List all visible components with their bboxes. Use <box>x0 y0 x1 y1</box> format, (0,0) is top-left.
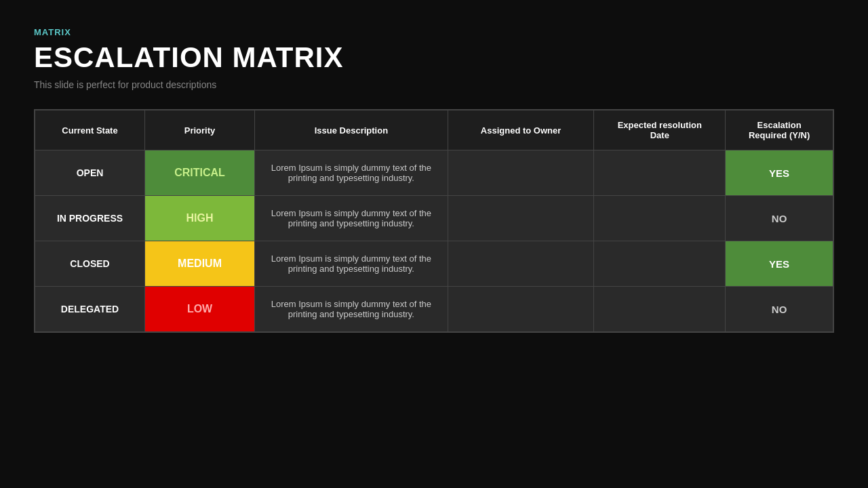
page-container: MATRIX ESCALATION MATRIX This slide is p… <box>0 0 868 488</box>
page-title: ESCALATION MATRIX <box>34 41 834 74</box>
cell-escalation-required: NO <box>726 196 833 241</box>
cell-expected-resolution-date <box>594 241 726 287</box>
col-header-escalation-required: EscalationRequired (Y/N) <box>726 110 833 150</box>
escalation-table: Current State Priority Issue Description… <box>35 110 833 332</box>
cell-priority: HIGH <box>145 196 255 241</box>
table-header-row: Current State Priority Issue Description… <box>35 110 833 150</box>
cell-assigned-owner <box>448 150 594 196</box>
escalation-table-wrapper: Current State Priority Issue Description… <box>34 109 834 333</box>
cell-expected-resolution-date <box>594 196 726 241</box>
cell-assigned-owner <box>448 241 594 287</box>
col-header-expected-resolution: Expected resolutionDate <box>594 110 726 150</box>
cell-issue-description: Lorem Ipsum is simply dummy text of the … <box>255 150 448 196</box>
cell-priority: LOW <box>145 287 255 332</box>
cell-current-state: OPEN <box>35 150 145 196</box>
cell-priority: CRITICAL <box>145 150 255 196</box>
cell-issue-description: Lorem Ipsum is simply dummy text of the … <box>255 241 448 287</box>
table-row: OPENCRITICALLorem Ipsum is simply dummy … <box>35 150 833 196</box>
table-row: DELEGATEDLOWLorem Ipsum is simply dummy … <box>35 287 833 332</box>
cell-escalation-required: YES <box>726 241 833 287</box>
cell-assigned-owner <box>448 287 594 332</box>
cell-expected-resolution-date <box>594 150 726 196</box>
table-row: IN PROGRESSHIGHLorem Ipsum is simply dum… <box>35 196 833 241</box>
cell-current-state: IN PROGRESS <box>35 196 145 241</box>
col-header-current-state: Current State <box>35 110 145 150</box>
cell-issue-description: Lorem Ipsum is simply dummy text of the … <box>255 196 448 241</box>
cell-expected-resolution-date <box>594 287 726 332</box>
page-subtitle: This slide is perfect for product descri… <box>34 79 834 90</box>
cell-current-state: DELEGATED <box>35 287 145 332</box>
cell-issue-description: Lorem Ipsum is simply dummy text of the … <box>255 287 448 332</box>
cell-escalation-required: YES <box>726 150 833 196</box>
matrix-label: MATRIX <box>34 27 834 37</box>
table-row: CLOSEDMEDIUMLorem Ipsum is simply dummy … <box>35 241 833 287</box>
cell-current-state: CLOSED <box>35 241 145 287</box>
col-header-issue-description: Issue Description <box>255 110 448 150</box>
col-header-priority: Priority <box>145 110 255 150</box>
col-header-assigned-to-owner: Assigned to Owner <box>448 110 594 150</box>
cell-assigned-owner <box>448 196 594 241</box>
cell-escalation-required: NO <box>726 287 833 332</box>
cell-priority: MEDIUM <box>145 241 255 287</box>
